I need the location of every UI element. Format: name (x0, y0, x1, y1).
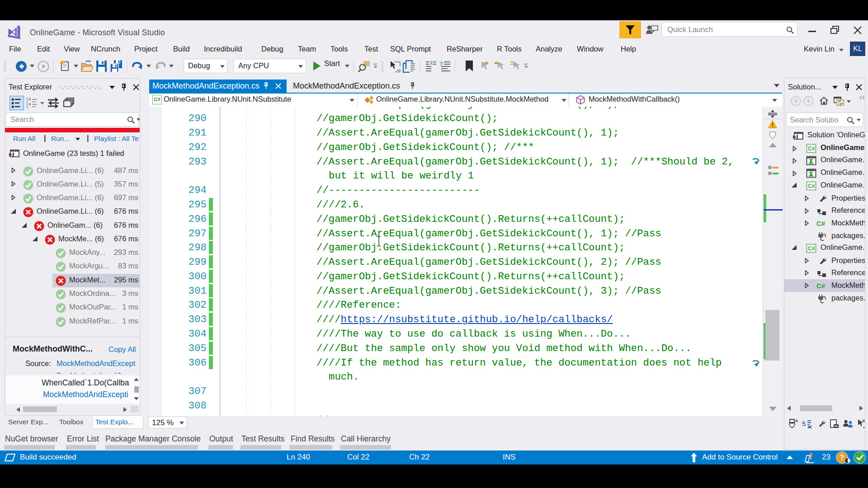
svg-text:C#: C# (808, 145, 815, 152)
svg-text:C#: C# (816, 220, 826, 227)
svg-text:C#: C# (816, 282, 826, 290)
svg-text:C#: C# (808, 183, 815, 189)
svg-text:C#: C# (808, 245, 815, 252)
svg-text:5: 5 (802, 420, 806, 427)
